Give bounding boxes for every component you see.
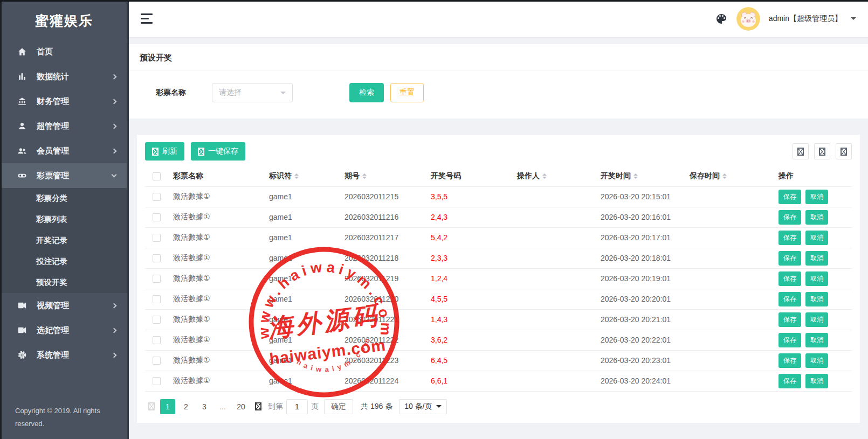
cancel-button[interactable]: 取消: [805, 333, 828, 347]
select-all-checkbox[interactable]: [145, 166, 168, 186]
column-header-6[interactable]: 开奖时间: [595, 166, 684, 186]
page-number-20[interactable]: 20: [233, 399, 249, 414]
submenu-item-4[interactable]: 投注记录: [2, 251, 127, 272]
refresh-button[interactable]: 刷新: [145, 142, 184, 161]
save-button[interactable]: 保存: [779, 210, 801, 225]
lottery-name-select[interactable]: 请选择: [212, 83, 293, 102]
cancel-button[interactable]: 取消: [805, 271, 828, 286]
sort-icon[interactable]: [722, 171, 727, 181]
sidebar-item-3[interactable]: 财务管理: [2, 89, 127, 114]
page-number-2[interactable]: 2: [178, 399, 194, 414]
save-time-cell: [684, 289, 773, 309]
save-all-button[interactable]: 一键保存: [191, 142, 245, 161]
cancel-button[interactable]: 取消: [805, 312, 828, 327]
page-number-3[interactable]: 3: [197, 399, 212, 414]
sidebar-item-9[interactable]: 系统管理: [2, 343, 127, 367]
column-header-4: 开奖号码: [425, 166, 512, 186]
checkbox[interactable]: [153, 213, 161, 221]
save-button[interactable]: 保存: [779, 271, 801, 286]
table-row: 激活數據①game120260320112153,5,52026-03-20 2…: [145, 186, 852, 207]
sidebar-item-6[interactable]: 彩票管理: [2, 163, 127, 188]
export-button[interactable]: [814, 143, 830, 159]
checkbox[interactable]: [153, 377, 161, 385]
column-header-7[interactable]: 保存时间: [684, 166, 773, 186]
sidebar-item-2[interactable]: 数据统计: [2, 64, 127, 89]
next-page-icon[interactable]: [255, 402, 261, 410]
checkbox[interactable]: [153, 295, 161, 303]
sort-icon[interactable]: [633, 171, 638, 181]
column-header-5[interactable]: 操作人: [512, 166, 595, 186]
sidebar-item-4[interactable]: 超管管理: [2, 114, 127, 138]
issue-number-cell: 2026032011216: [339, 207, 425, 227]
goto-confirm-button[interactable]: 确定: [324, 399, 353, 414]
sidebar-item-8[interactable]: 选妃管理: [2, 318, 127, 343]
sort-icon[interactable]: [542, 171, 547, 181]
reset-button[interactable]: 重置: [390, 83, 424, 102]
sort-icon[interactable]: [294, 171, 299, 181]
checkbox[interactable]: [153, 336, 161, 344]
operator-cell: [512, 227, 595, 248]
checkbox[interactable]: [153, 234, 161, 242]
save-button[interactable]: 保存: [779, 251, 801, 266]
sidebar-item-5[interactable]: 会员管理: [2, 138, 127, 163]
checkbox[interactable]: [153, 193, 161, 201]
cancel-button[interactable]: 取消: [805, 231, 828, 245]
table-card: 刷新 一键保存 彩票名称标识符期号开奖号码操作人开奖时间保存时间操作 激活數據①…: [137, 135, 860, 423]
cancel-button[interactable]: 取消: [805, 210, 828, 225]
sidebar-item-label: 数据统计: [37, 72, 69, 82]
search-button[interactable]: 检索: [349, 83, 384, 102]
user-name[interactable]: admin【超级管理员】: [769, 14, 842, 24]
checkbox[interactable]: [153, 254, 161, 262]
chevron-down-icon: [280, 92, 286, 97]
column-header-2[interactable]: 标识符: [264, 166, 339, 186]
submenu-item-1[interactable]: 彩票分类: [2, 188, 127, 209]
row-checkbox-cell: [145, 268, 168, 289]
submenu-item-5[interactable]: 预设开奖: [2, 272, 127, 293]
save-button[interactable]: 保存: [779, 292, 801, 306]
user-avatar[interactable]: [736, 7, 760, 31]
theme-palette-icon[interactable]: [715, 12, 728, 25]
actions-cell: 保存取消: [773, 207, 852, 227]
user-dropdown-caret-icon[interactable]: [851, 17, 856, 23]
sort-icon[interactable]: [362, 171, 367, 181]
submenu-item-2[interactable]: 彩票列表: [2, 209, 127, 230]
checkbox[interactable]: [153, 172, 161, 180]
page-title: 预设开奖: [140, 53, 857, 63]
draw-numbers-cell: 6,4,5: [425, 350, 512, 371]
table-row: 激活數據①game120260320112182,3,32026-03-20 2…: [145, 248, 852, 268]
save-button[interactable]: 保存: [779, 312, 801, 327]
goto-page-input[interactable]: [286, 399, 308, 414]
cancel-button[interactable]: 取消: [805, 353, 828, 368]
save-button[interactable]: 保存: [779, 353, 801, 368]
cancel-button[interactable]: 取消: [805, 292, 828, 306]
filter-columns-button[interactable]: [793, 143, 809, 159]
menu-toggle-icon[interactable]: [141, 13, 153, 24]
per-page-select[interactable]: 10 条/页: [399, 399, 446, 414]
page-number-1[interactable]: 1: [160, 399, 175, 414]
row-checkbox-cell: [145, 330, 168, 350]
cancel-button[interactable]: 取消: [805, 190, 828, 204]
identifier-cell: game1: [264, 330, 339, 350]
prev-page-icon[interactable]: [148, 402, 155, 410]
issue-number-cell: 2026032011217: [339, 227, 425, 248]
save-button[interactable]: 保存: [779, 231, 801, 245]
row-checkbox-cell: [145, 350, 168, 371]
checkbox[interactable]: [153, 357, 161, 365]
save-time-cell: [684, 268, 773, 289]
column-label: 保存时间: [690, 171, 720, 180]
print-button[interactable]: [836, 143, 852, 159]
checkbox[interactable]: [153, 316, 161, 324]
lottery-name-cell: 激活數據①: [168, 350, 264, 371]
submenu-item-3[interactable]: 开奖记录: [2, 230, 127, 251]
column-header-3[interactable]: 期号: [339, 166, 425, 186]
cancel-button[interactable]: 取消: [805, 374, 828, 388]
cancel-button[interactable]: 取消: [805, 251, 828, 266]
save-button[interactable]: 保存: [779, 190, 801, 204]
draw-time-cell: 2026-03-20 20:22:01: [595, 330, 684, 350]
operator-cell: [512, 289, 595, 309]
save-button[interactable]: 保存: [779, 374, 801, 388]
checkbox[interactable]: [153, 275, 161, 283]
sidebar-item-1[interactable]: 首页: [2, 39, 127, 64]
save-button[interactable]: 保存: [779, 333, 801, 347]
sidebar-item-7[interactable]: 视频管理: [2, 293, 127, 318]
